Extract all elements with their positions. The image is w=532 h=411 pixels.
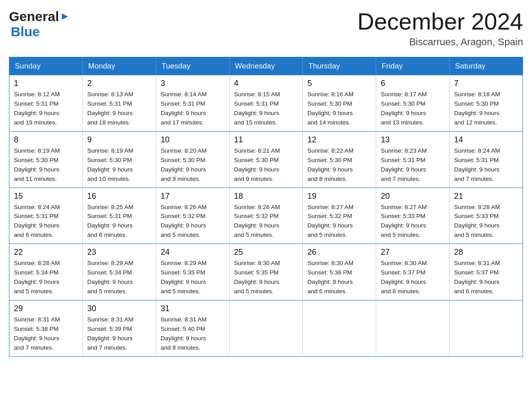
daylight-label: Daylight: 9 hours: [381, 278, 426, 285]
calendar-day-9: 9 Sunrise: 8:19 AM Sunset: 5:30 PM Dayli…: [82, 131, 156, 188]
sunset-label: Sunset: 5:31 PM: [14, 213, 59, 219]
day-number: 8: [14, 135, 78, 145]
daylight-minutes: and 14 minutes.: [307, 119, 350, 126]
sunset-label: Sunset: 5:30 PM: [234, 157, 279, 163]
day-info: Sunrise: 8:20 AM Sunset: 5:30 PM Dayligh…: [161, 146, 225, 184]
day-number: 1: [14, 79, 78, 88]
day-info: Sunrise: 8:24 AM Sunset: 5:31 PM Dayligh…: [454, 146, 518, 184]
sunset-label: Sunset: 5:31 PM: [454, 157, 499, 163]
day-info: Sunrise: 8:19 AM Sunset: 5:30 PM Dayligh…: [87, 146, 151, 184]
location: Biscarrues, Aragon, Spain: [357, 36, 523, 48]
daylight-minutes: and 5 minutes.: [14, 288, 54, 295]
col-wednesday: Wednesday: [229, 57, 303, 76]
daylight-label: Daylight: 9 hours: [307, 110, 352, 116]
calendar-day-27: 27 Sunrise: 8:30 AM Sunset: 5:37 PM Dayl…: [376, 244, 450, 300]
daylight-minutes: and 10 minutes.: [87, 176, 130, 182]
sunset-label: Sunset: 5:30 PM: [14, 157, 59, 163]
sunrise-label: Sunrise: 8:28 AM: [454, 204, 500, 210]
day-number: 17: [161, 192, 225, 201]
daylight-minutes: and 7 minutes.: [454, 176, 494, 182]
sunrise-label: Sunrise: 8:15 AM: [234, 91, 280, 98]
sunset-label: Sunset: 5:35 PM: [161, 269, 206, 276]
daylight-minutes: and 5 minutes.: [381, 231, 420, 238]
daylight-label: Daylight: 9 hours: [14, 278, 59, 285]
sunrise-label: Sunrise: 8:16 AM: [307, 91, 353, 98]
daylight-minutes: and 6 minutes.: [454, 288, 494, 295]
day-info: Sunrise: 8:22 AM Sunset: 5:30 PM Dayligh…: [307, 146, 371, 184]
sunrise-label: Sunrise: 8:24 AM: [14, 204, 60, 210]
calendar-day-15: 15 Sunrise: 8:24 AM Sunset: 5:31 PM Dayl…: [9, 188, 83, 244]
calendar-header-row: Sunday Monday Tuesday Wednesday Thursday…: [9, 57, 523, 76]
sunrise-label: Sunrise: 8:23 AM: [381, 147, 427, 154]
calendar-day-26: 26 Sunrise: 8:30 AM Sunset: 5:36 PM Dayl…: [303, 244, 376, 300]
sunset-label: Sunset: 5:30 PM: [307, 157, 352, 163]
daylight-label: Daylight: 9 hours: [14, 110, 59, 116]
day-number: 22: [14, 248, 78, 257]
day-number: 15: [14, 192, 78, 201]
daylight-minutes: and 5 minutes.: [307, 231, 347, 238]
daylight-minutes: and 17 minutes.: [161, 119, 204, 126]
daylight-label: Daylight: 9 hours: [234, 166, 279, 173]
calendar-day-20: 20 Sunrise: 8:27 AM Sunset: 5:33 PM Dayl…: [376, 188, 450, 244]
day-number: 30: [87, 304, 151, 313]
sunset-label: Sunset: 5:34 PM: [14, 269, 59, 276]
sunset-label: Sunset: 5:37 PM: [454, 269, 499, 276]
sunset-label: Sunset: 5:32 PM: [161, 213, 206, 219]
sunset-label: Sunset: 5:31 PM: [381, 157, 425, 163]
daylight-label: Daylight: 9 hours: [307, 166, 352, 173]
daylight-minutes: and 6 minutes.: [87, 231, 127, 238]
calendar-day-29: 29 Sunrise: 8:31 AM Sunset: 5:38 PM Dayl…: [9, 300, 83, 356]
daylight-minutes: and 8 minutes.: [307, 176, 347, 182]
logo-general-text: General: [9, 9, 59, 24]
day-info: Sunrise: 8:27 AM Sunset: 5:33 PM Dayligh…: [381, 203, 445, 240]
calendar-table: Sunday Monday Tuesday Wednesday Thursday…: [9, 57, 523, 356]
sunrise-label: Sunrise: 8:28 AM: [14, 260, 60, 266]
daylight-minutes: and 5 minutes.: [234, 231, 274, 238]
daylight-label: Daylight: 9 hours: [381, 110, 426, 116]
calendar-day-4: 4 Sunrise: 8:15 AM Sunset: 5:31 PM Dayli…: [229, 75, 303, 131]
day-info: Sunrise: 8:31 AM Sunset: 5:40 PM Dayligh…: [161, 315, 225, 353]
sunrise-label: Sunrise: 8:21 AM: [234, 147, 280, 154]
daylight-label: Daylight: 9 hours: [87, 222, 133, 229]
calendar-day-16: 16 Sunrise: 8:25 AM Sunset: 5:31 PM Dayl…: [82, 188, 156, 244]
sunrise-label: Sunrise: 8:26 AM: [161, 204, 207, 210]
calendar-day-7: 7 Sunrise: 8:18 AM Sunset: 5:30 PM Dayli…: [450, 75, 523, 131]
day-info: Sunrise: 8:25 AM Sunset: 5:31 PM Dayligh…: [87, 203, 151, 240]
daylight-label: Daylight: 9 hours: [161, 110, 206, 116]
day-info: Sunrise: 8:30 AM Sunset: 5:36 PM Dayligh…: [307, 259, 371, 296]
daylight-minutes: and 13 minutes.: [381, 119, 424, 126]
sunset-label: Sunset: 5:37 PM: [381, 269, 425, 276]
daylight-minutes: and 8 minutes.: [161, 344, 201, 351]
sunset-label: Sunset: 5:32 PM: [307, 213, 352, 219]
day-number: 19: [307, 192, 371, 201]
calendar-week-2: 8 Sunrise: 8:19 AM Sunset: 5:30 PM Dayli…: [9, 131, 523, 188]
daylight-label: Daylight: 9 hours: [307, 222, 352, 229]
calendar-day-5: 5 Sunrise: 8:16 AM Sunset: 5:30 PM Dayli…: [303, 75, 376, 131]
day-number: 26: [307, 248, 371, 257]
sunrise-label: Sunrise: 8:19 AM: [87, 147, 133, 154]
calendar-day-24: 24 Sunrise: 8:29 AM Sunset: 5:35 PM Dayl…: [156, 244, 229, 300]
daylight-minutes: and 6 minutes.: [381, 288, 420, 295]
daylight-label: Daylight: 9 hours: [381, 166, 426, 173]
day-number: 28: [454, 248, 518, 257]
calendar-day-12: 12 Sunrise: 8:22 AM Sunset: 5:30 PM Dayl…: [303, 131, 376, 188]
svg-marker-0: [62, 13, 68, 20]
sunrise-label: Sunrise: 8:31 AM: [14, 316, 60, 323]
daylight-minutes: and 5 minutes.: [161, 288, 201, 295]
sunset-label: Sunset: 5:30 PM: [454, 100, 499, 107]
day-info: Sunrise: 8:31 AM Sunset: 5:39 PM Dayligh…: [87, 315, 151, 353]
calendar-day-13: 13 Sunrise: 8:23 AM Sunset: 5:31 PM Dayl…: [376, 131, 450, 188]
sunset-label: Sunset: 5:33 PM: [454, 213, 499, 219]
day-info: Sunrise: 8:29 AM Sunset: 5:35 PM Dayligh…: [161, 259, 225, 296]
sunset-label: Sunset: 5:30 PM: [381, 100, 425, 107]
page-header: General Blue December 2024 Biscarrues, A…: [9, 9, 523, 48]
daylight-label: Daylight: 9 hours: [14, 166, 59, 173]
daylight-minutes: and 5 minutes.: [87, 288, 127, 295]
day-info: Sunrise: 8:28 AM Sunset: 5:34 PM Dayligh…: [14, 259, 78, 296]
day-info: Sunrise: 8:12 AM Sunset: 5:31 PM Dayligh…: [14, 90, 78, 128]
daylight-minutes: and 12 minutes.: [454, 119, 497, 126]
calendar-day-17: 17 Sunrise: 8:26 AM Sunset: 5:32 PM Dayl…: [156, 188, 229, 244]
daylight-minutes: and 19 minutes.: [14, 119, 57, 126]
day-number: 18: [234, 192, 298, 201]
calendar-day-8: 8 Sunrise: 8:19 AM Sunset: 5:30 PM Dayli…: [9, 131, 83, 188]
